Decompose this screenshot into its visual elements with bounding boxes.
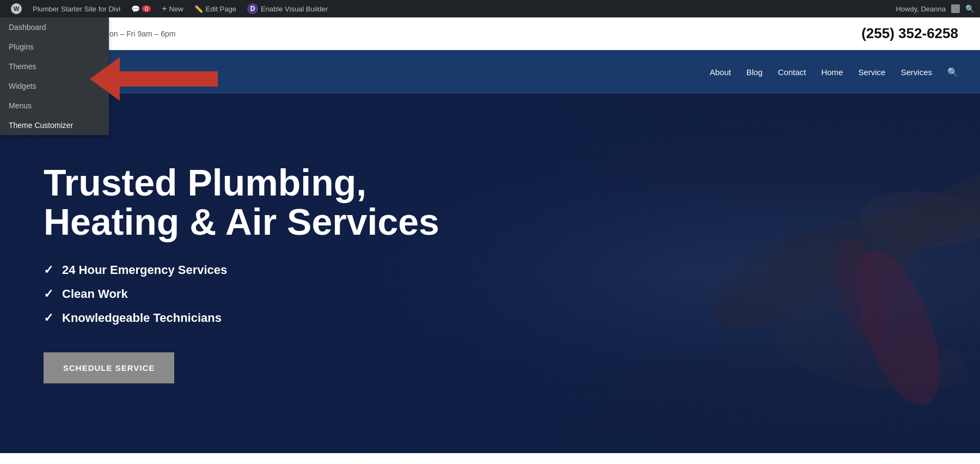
arrow-head	[90, 57, 120, 101]
nav-link-blog[interactable]: Blog	[746, 68, 763, 77]
arrow-body	[120, 71, 218, 87]
dropdown-item-plugins[interactable]: Plugins	[0, 37, 109, 57]
comment-bubble-icon: 💬	[131, 5, 140, 13]
wp-logo-icon: W	[11, 3, 22, 14]
nav-search-icon[interactable]: 🔍	[947, 67, 958, 77]
arrow-indicator	[90, 57, 218, 101]
nav-link-contact[interactable]: Contact	[778, 68, 806, 77]
howdy-text: Howdy, Deanna	[896, 5, 946, 13]
top-bar: llo@diviplumber.com Mon – Fri 9am – 6pm …	[0, 17, 980, 50]
comments-item[interactable]: 💬 0	[126, 0, 156, 17]
red-arrow	[90, 57, 218, 101]
checkpoint-1-text: 24 Hour Emergency Services	[62, 263, 227, 277]
checkpoint-3: ✓ Knowledgeable Technicians	[44, 311, 446, 325]
visual-builder-label: Enable Visual Builder	[261, 5, 328, 13]
divi-item[interactable]: D Enable Visual Builder	[242, 0, 333, 17]
check-icon-3: ✓	[44, 311, 53, 325]
nav-links: About Blog Contact Home Service Services…	[709, 67, 958, 77]
nav-link-services[interactable]: Services	[901, 68, 932, 77]
hero-checkpoints: ✓ 24 Hour Emergency Services ✓ Clean Wor…	[44, 263, 446, 325]
dropdown-item-theme-customizer[interactable]: Theme Customizer	[0, 115, 109, 135]
plus-icon: +	[162, 4, 167, 14]
checkpoint-3-text: Knowledgeable Technicians	[62, 311, 222, 325]
edit-page-label: Edit Page	[206, 5, 236, 13]
hero-section: Trusted Plumbing, Heating & Air Services…	[0, 94, 980, 453]
edit-page-item[interactable]: ✏️ Edit Page	[189, 0, 242, 17]
checkpoint-1: ✓ 24 Hour Emergency Services	[44, 263, 446, 277]
divi-d-icon: D	[247, 3, 258, 14]
new-item[interactable]: + New	[156, 0, 188, 17]
hero-content: Trusted Plumbing, Heating & Air Services…	[0, 120, 490, 427]
admin-bar: W Plumber Starter Site for Divi 💬 0 + Ne…	[0, 0, 980, 17]
site-name-item[interactable]: Plumber Starter Site for Divi	[27, 0, 126, 17]
pencil-icon: ✏️	[194, 5, 203, 13]
check-icon-2: ✓	[44, 287, 53, 301]
phone-number: (255) 352-6258	[861, 25, 958, 42]
wp-logo-menu[interactable]: W	[5, 0, 27, 17]
checkpoint-2: ✓ Clean Work	[44, 287, 446, 301]
new-label: New	[169, 5, 183, 13]
user-avatar	[951, 4, 960, 13]
site-name-label: Plumber Starter Site for Divi	[33, 5, 120, 13]
comment-count: 0	[142, 5, 151, 12]
nav-link-home[interactable]: Home	[821, 68, 843, 77]
hero-title: Trusted Plumbing, Heating & Air Services	[44, 163, 446, 241]
hours-text: Mon – Fri 9am – 6pm	[103, 29, 175, 38]
checkpoint-2-text: Clean Work	[62, 287, 128, 301]
schedule-service-button[interactable]: SCHEDULE SERVICE	[44, 352, 174, 383]
nav-link-service[interactable]: Service	[858, 68, 885, 77]
admin-search-icon[interactable]: 🔍	[965, 4, 975, 13]
dropdown-item-dashboard[interactable]: Dashboard	[0, 17, 109, 37]
check-icon-1: ✓	[44, 263, 53, 277]
nav-link-about[interactable]: About	[709, 68, 731, 77]
